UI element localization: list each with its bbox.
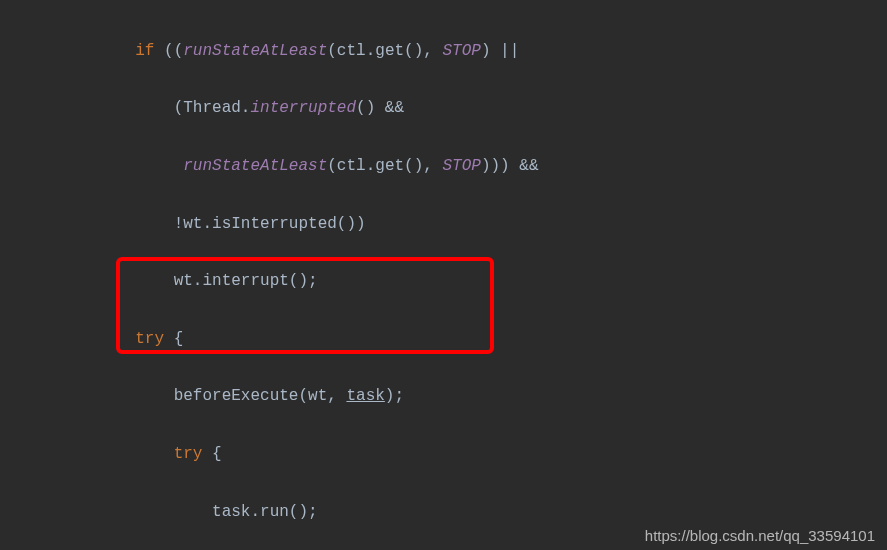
code-line: if ((runStateAtLeast(ctl.get(), STOP) || — [20, 37, 887, 66]
code-line: !wt.isInterrupted()) — [20, 210, 887, 239]
code-line: (Thread.interrupted() && — [20, 94, 887, 123]
code-line: beforeExecute(wt, task); — [20, 382, 887, 411]
code-line: task.run(); — [20, 498, 887, 527]
code-line: try { — [20, 440, 887, 469]
code-line: try { — [20, 325, 887, 354]
watermark-text: https://blog.csdn.net/qq_33594101 — [645, 527, 875, 544]
code-line: runStateAtLeast(ctl.get(), STOP))) && — [20, 152, 887, 181]
code-line: wt.interrupt(); — [20, 267, 887, 296]
code-editor[interactable]: if ((runStateAtLeast(ctl.get(), STOP) ||… — [0, 0, 887, 550]
